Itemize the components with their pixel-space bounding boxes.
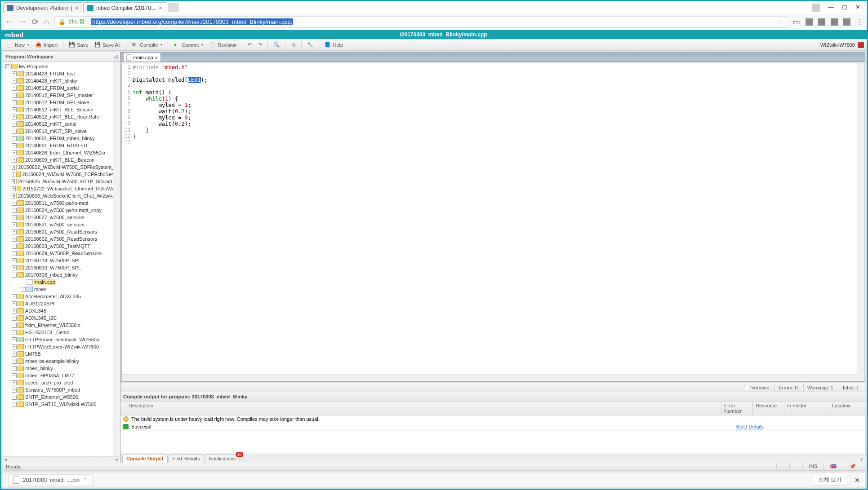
tree-child[interactable]: main.cpp	[4, 278, 120, 286]
tree-item[interactable]: +20140801_FRDM_mbed_blinky	[4, 135, 120, 142]
new-tab-button[interactable]	[168, 3, 179, 12]
close-window-button[interactable]: ✕	[855, 4, 860, 12]
download-file[interactable]: 20170303_mbed_....bin ⌃	[8, 474, 93, 486]
tree-item[interactable]: +20150609_mKIT_BLE_iBeacon	[4, 156, 120, 163]
commit-button[interactable]: ●Commit▾	[171, 41, 206, 49]
tree-root[interactable]: −My Programs	[4, 63, 120, 70]
reload-button[interactable]: ⟳	[32, 17, 39, 27]
undo-button[interactable]: ↶	[245, 41, 254, 49]
wrench-button[interactable]: 🔧	[304, 41, 316, 49]
tree-item[interactable]: +HTTPServer_echoback_WIZ550io	[4, 336, 120, 343]
board-label[interactable]: WIZwiki-W7500	[820, 42, 855, 48]
tree-item[interactable]: +20160531_w7500_sensors	[4, 221, 120, 228]
tree-item[interactable]: +20140428_FRDM_test	[4, 70, 120, 77]
tree-item[interactable]: +ADXL345_I2C	[4, 314, 120, 322]
redo-button[interactable]: ↷	[255, 41, 265, 49]
tree-item[interactable]: +20140512_mKIT_SPI_slave	[4, 128, 120, 135]
show-all-downloads-button[interactable]: 전체 보기	[813, 474, 847, 486]
tree-item[interactable]: +Accelerometer_ADXL345	[4, 293, 120, 300]
tree-item[interactable]: +20160602_w7500_ReadSensors	[4, 235, 120, 243]
tree-item[interactable]: +20160527_w7500_sensors	[4, 214, 120, 221]
build-details-link[interactable]: Build Details	[736, 424, 863, 429]
tree-item[interactable]: +20160601_w7500_ReadSensors	[4, 228, 120, 235]
print-button[interactable]: 🖨	[288, 41, 298, 49]
tree-item[interactable]: +20160511_w7500-paho-mqtt	[4, 199, 120, 207]
tree-item[interactable]: +SNTP_SHT15_WIZwizki-W7500	[4, 401, 120, 408]
url-input[interactable]: 🔒 안전함 | https://developer.mbed.org/compi…	[54, 16, 787, 28]
tree-item[interactable]: +20140512_mKIT_BLE_Beacon	[4, 106, 120, 113]
save-button[interactable]: 💾Save	[66, 41, 91, 49]
close-editor-tab-icon[interactable]: ×	[155, 55, 158, 60]
tree-item[interactable]: +ADXL345	[4, 307, 120, 314]
present-icon[interactable]: ▭	[792, 17, 800, 27]
tree-item[interactable]: +20140512_FRDM_SPI_slave	[4, 99, 120, 106]
tree-item[interactable]: +20160603_w7500_TestMQTT	[4, 243, 120, 250]
tree-item[interactable]: +20150806_WebSocketClient_Chat_WIZwiki-W…	[4, 192, 120, 199]
tree-item[interactable]: +20160810_W7500P_SPL	[4, 264, 120, 271]
back-button[interactable]: ←	[5, 17, 13, 26]
tree-item[interactable]: +20140512_mKIT_serial	[4, 120, 120, 128]
output-collapse-button[interactable]: ▾	[860, 457, 863, 462]
ext-icon-4[interactable]	[843, 18, 850, 26]
code-editor[interactable]: 12345678910111213 #include "mbed.h" Digi…	[121, 63, 864, 382]
search-button[interactable]: 🔍	[271, 41, 282, 49]
tree-item[interactable]: +20140512_FRDM_serial	[4, 84, 120, 92]
close-download-bar-button[interactable]: ✕	[855, 477, 860, 484]
tree-item[interactable]: +Sensors_W7500P_mbed	[4, 386, 120, 393]
program-tree[interactable]: −My Programs+20140428_FRDM_test+20140428…	[3, 62, 120, 456]
tree-item[interactable]: +mbed-os-example-blinky	[4, 358, 120, 365]
tree-item[interactable]: +20160609_W7500P_ReadSensors	[4, 250, 120, 257]
close-tab-icon[interactable]: ×	[159, 5, 162, 11]
editor-hscroll[interactable]	[122, 374, 857, 381]
help-button[interactable]: 📘Help	[322, 41, 346, 49]
ext-icon-3[interactable]	[831, 18, 838, 26]
tree-item[interactable]: +SNTP_Ethernet_W5500	[4, 393, 120, 401]
tree-item[interactable]: +mbed_blinky	[4, 365, 120, 372]
menu-button[interactable]: ⋮	[856, 18, 863, 26]
close-tab-icon[interactable]: ×	[75, 5, 78, 11]
collapse-panel-button[interactable]: ◁	[114, 54, 117, 60]
board-icon[interactable]	[858, 42, 864, 48]
tree-item[interactable]: +20150622_WIZwiki-W7500_SDFileSystem_Hel…	[4, 163, 120, 171]
star-icon[interactable]: ☆	[778, 18, 783, 25]
download-chevron-icon[interactable]: ⌃	[83, 477, 88, 483]
revision-button[interactable]: 🕘Revision	[207, 41, 239, 49]
tree-item[interactable]: +20160718_W7500P_SPL	[4, 257, 120, 264]
tree-item[interactable]: +20150625_WIZwiki-W7500_HTTP_SDcard_file…	[4, 178, 120, 185]
editor-vscroll[interactable]	[857, 63, 864, 381]
home-button[interactable]: ⌂	[44, 17, 49, 26]
compile-button[interactable]: ⚙Compile▾	[129, 41, 165, 49]
output-tab-compile[interactable]: Compile Output	[122, 455, 168, 464]
tree-item[interactable]: +HTTPWebServer-WIZwiki-W7500	[4, 343, 120, 350]
save-all-button[interactable]: 💾Save All	[92, 41, 123, 49]
tree-item[interactable]: +LM75B	[4, 350, 120, 358]
output-tab-find[interactable]: Find Results	[169, 455, 204, 464]
account-icon[interactable]	[812, 4, 820, 12]
tree-item[interactable]: +20140512_mKIT_BLE_HeartRate	[4, 113, 120, 120]
ext-icon-1[interactable]	[806, 18, 813, 26]
tree-scrollbar[interactable]	[113, 62, 120, 456]
import-button[interactable]: 📥Import	[33, 41, 60, 49]
tree-item[interactable]: +mbed_HP03SA_LM77	[4, 372, 120, 379]
verbose-checkbox[interactable]	[744, 385, 749, 390]
pin-icon[interactable]: 📌	[843, 464, 862, 469]
forward-button[interactable]: →	[18, 17, 27, 26]
browser-tab-2[interactable]: mbed Compiler /20170… ×	[83, 2, 166, 13]
code-content[interactable]: #include "mbed.h" DigitalOut myled(LED1)…	[133, 63, 207, 381]
maximize-button[interactable]: ▢	[842, 4, 847, 12]
minimize-button[interactable]: —	[828, 4, 834, 12]
tree-item[interactable]: +20150722_Websocket_Ethernet_HelloWorld	[4, 185, 120, 192]
tree-item[interactable]: +20140801_FRDM_RGBLED	[4, 142, 120, 149]
tree-item[interactable]: +20140512_FRDM_SPI_master	[4, 92, 120, 99]
tree-item[interactable]: +20140826_frdm_Ethernet_WIZ550io	[4, 149, 120, 156]
tree-item[interactable]: +20140428_mKIT_blinky	[4, 77, 120, 84]
tree-item[interactable]: +20160524_w7500-paho-mqtt_copy	[4, 207, 120, 214]
tree-item[interactable]: +20150624_WIZwiki-W7500_TCPEchoServer	[4, 171, 120, 178]
tree-item[interactable]: +H3LIS331DL_Demo	[4, 329, 120, 336]
ext-icon-2[interactable]	[818, 18, 825, 26]
browser-tab-1[interactable]: Development Platform | ×	[3, 2, 82, 13]
tree-item[interactable]: −20170303_mbed_blinky	[4, 271, 120, 278]
tree-item[interactable]: +ADS1220SPI	[4, 300, 120, 307]
tree-item[interactable]: +frdm_Ethernet_WIZ550io	[4, 322, 120, 329]
new-button[interactable]: 📄New▾	[4, 41, 32, 49]
